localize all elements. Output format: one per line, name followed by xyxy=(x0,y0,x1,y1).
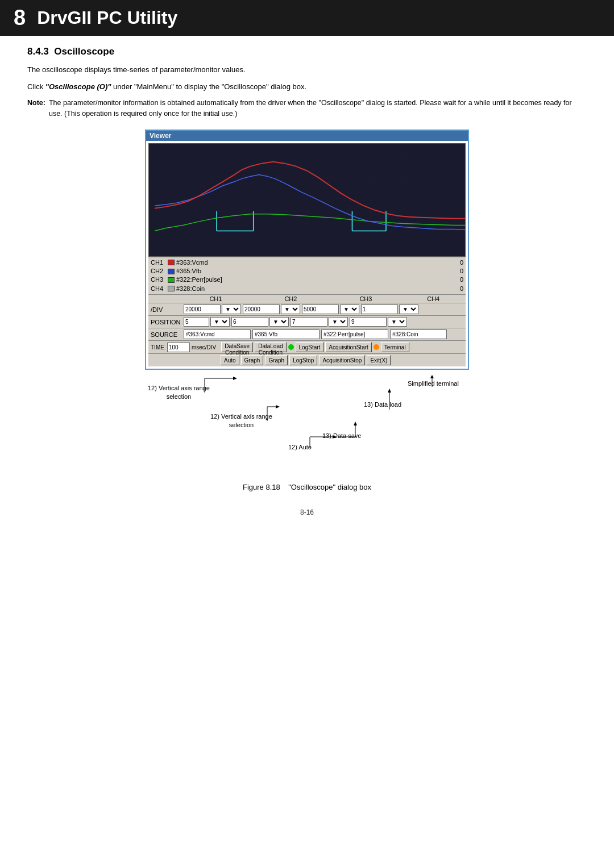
dataload-condition-button[interactable]: DataLoadCondition xyxy=(255,342,286,352)
div-ch1-select[interactable]: ▼ xyxy=(222,304,241,314)
time-and-buttons-row: TIME msec/DIV DataSaveCondition DataLoad… xyxy=(148,340,466,353)
position-row: POSITION ▼ ▼ ▼ ▼ xyxy=(148,315,466,328)
dataload-graph-button[interactable]: Graph xyxy=(265,355,288,365)
note-block: Note: The parameter/monitor information … xyxy=(27,98,587,119)
ann-vertical-right: 12) Vertical axis rangeselection xyxy=(210,412,272,430)
div-ch4-select[interactable]: ▼ xyxy=(399,304,418,314)
ch3-color xyxy=(168,277,175,283)
pos-ch4-input[interactable] xyxy=(350,317,387,327)
ann-auto: 12) Auto xyxy=(288,444,312,450)
pos-ch2-input[interactable] xyxy=(231,317,268,327)
ch1-color xyxy=(168,260,175,265)
figure-caption: Figure 8.18 "Oscilloscope" dialog box xyxy=(27,483,587,491)
logstop-button[interactable]: LogStop xyxy=(289,355,317,365)
svg-rect-1 xyxy=(149,144,465,256)
pos-ch3-select[interactable]: ▼ xyxy=(329,317,348,327)
time-input[interactable] xyxy=(167,343,190,352)
div-ch3-input[interactable] xyxy=(302,304,339,314)
source-row: SOURCE xyxy=(148,328,466,340)
viewer-titlebar: Viewer xyxy=(146,131,468,141)
datasave-graph-button[interactable]: Graph xyxy=(241,355,264,365)
datasave-condition-button[interactable]: DataSaveCondition xyxy=(221,342,253,352)
page-number: 8-16 xyxy=(27,508,587,516)
ann-terminal: Simplified terminal xyxy=(408,380,459,387)
div-ch2-input[interactable] xyxy=(243,304,280,314)
viewer-dialog: Viewer xyxy=(145,130,469,370)
ch3-row: CH3 #322:Perr[pulse] 0 xyxy=(151,276,463,284)
column-headers: CH1 CH2 CH3 CH4 xyxy=(148,294,466,303)
paragraph-1: The oscilloscope displays time-series of… xyxy=(27,64,587,76)
source-ch2-input[interactable] xyxy=(252,329,320,339)
svg-marker-20 xyxy=(354,422,357,425)
svg-marker-14 xyxy=(276,405,280,408)
chapter-number: 8 xyxy=(14,6,26,30)
pos-ch3-input[interactable] xyxy=(291,317,327,327)
div-ch4-input[interactable] xyxy=(361,304,398,314)
ch1-row: CH1 #363:Vcmd 0 xyxy=(151,258,463,267)
source-ch3-input[interactable] xyxy=(321,329,388,339)
ch4-row: CH4 #328:Coin 0 xyxy=(151,285,463,293)
div-row: /DIV ▼ ▼ ▼ ▼ xyxy=(148,303,466,315)
ch2-row: CH2 #365:Vfb 0 xyxy=(151,267,463,276)
ann-vertical-left: 12) Vertical axis rangeselection xyxy=(148,384,210,402)
acquisitionstop-button[interactable]: AcquisitionStop xyxy=(319,355,365,365)
source-ch4-input[interactable] xyxy=(390,329,447,339)
annotation-area: 12) Vertical axis rangeselection 12) Ver… xyxy=(145,375,469,475)
pos-ch2-select[interactable]: ▼ xyxy=(269,317,289,327)
terminal-button[interactable]: Terminal xyxy=(381,342,409,352)
svg-marker-22 xyxy=(388,389,391,393)
oscilloscope-display xyxy=(148,143,466,257)
page-header: 8 DrvGII PC Utility xyxy=(0,0,614,36)
section-title: 8.4.3 Oscilloscope xyxy=(27,46,587,57)
source-ch1-input[interactable] xyxy=(184,329,251,339)
svg-marker-11 xyxy=(233,377,237,380)
pos-ch1-select[interactable]: ▼ xyxy=(210,317,230,327)
div-ch3-select[interactable]: ▼ xyxy=(340,304,359,314)
logstart-button[interactable]: LogStart xyxy=(296,342,324,352)
ann-dataload: 13) Data load xyxy=(364,401,401,408)
ch4-color xyxy=(168,286,175,291)
chapter-title: DrvGII PC Utility xyxy=(37,7,177,28)
pos-ch4-select[interactable]: ▼ xyxy=(388,317,407,327)
osc-grid xyxy=(149,144,465,256)
content-area: 8.4.3 Oscilloscope The oscilloscope disp… xyxy=(0,46,614,516)
bottom-buttons-row: Auto Graph Graph LogStop AcquisitionStop… xyxy=(148,353,466,366)
auto-button[interactable]: Auto xyxy=(221,355,239,365)
viewer-body: CH1 #363:Vcmd 0 CH2 #365:Vfb 0 CH3 #322:… xyxy=(146,141,468,369)
exit-button[interactable]: Exit(X) xyxy=(367,355,391,365)
svg-marker-24 xyxy=(430,375,434,378)
div-ch2-select[interactable]: ▼ xyxy=(281,304,300,314)
terminal-indicator xyxy=(374,344,379,350)
ann-datasave: 13) Data save xyxy=(322,432,361,439)
pos-ch1-input[interactable] xyxy=(184,317,209,327)
channel-info: CH1 #363:Vcmd 0 CH2 #365:Vfb 0 CH3 #322:… xyxy=(148,257,466,295)
ch2-color xyxy=(168,269,175,274)
log-indicator xyxy=(288,344,294,350)
div-ch1-input[interactable] xyxy=(184,304,221,314)
paragraph-2: Click "Oscilloscope (O)" under "MainMenu… xyxy=(27,81,587,93)
acquisitionstart-button[interactable]: AcquisitionStart xyxy=(325,342,371,352)
